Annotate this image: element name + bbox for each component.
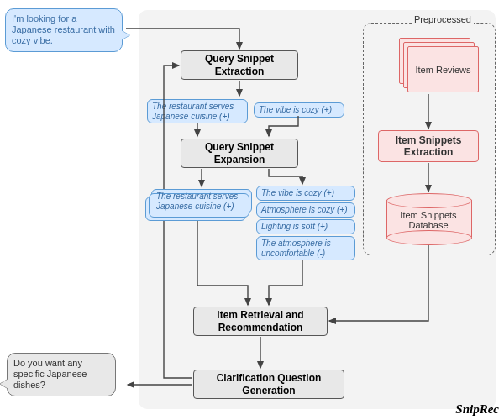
snippet-extract-1: The restaurant serves Japanese cuisine (… <box>147 99 248 123</box>
preprocessed-label: Preprocessed <box>412 14 474 24</box>
proc-query-snippet-expansion: Query Snippet Expansion <box>181 139 298 168</box>
system-clarification-bubble: Do you want any specific Japanese dishes… <box>7 353 116 396</box>
proc-item-snippets-extraction: Item Snippets Extraction <box>378 130 479 162</box>
snippet-expand-col2-2: Atmosphere is cozy (+) <box>256 202 355 218</box>
user-query-bubble: I'm looking for a Japanese restaurant wi… <box>5 8 123 52</box>
proc-item-retrieval-recommendation: Item Retrieval and Recommendation <box>193 307 328 336</box>
snippet-extract-2: The vibe is cozy (+) <box>254 102 344 118</box>
proc-query-snippet-extraction: Query Snippet Extraction <box>181 50 298 80</box>
snippet-expand-col1-1: The restaurant serves Japanese cuisine (… <box>151 189 252 213</box>
item-snippets-database: Item Snippets Database <box>386 193 470 244</box>
snippet-expand-col2-4: The atmosphere is uncomfortable (-) <box>256 236 355 260</box>
snippet-expand-col2-1: The vibe is cozy (+) <box>256 186 355 201</box>
proc-clarification-question-gen: Clarification Question Generation <box>193 370 344 399</box>
brand-label: SnipRec <box>455 402 499 417</box>
item-reviews-stack: Item Reviews <box>407 46 479 92</box>
snippet-expand-col2-3: Lighting is soft (+) <box>256 219 355 234</box>
item-snippets-database-label: Item Snippets Database <box>386 210 470 230</box>
